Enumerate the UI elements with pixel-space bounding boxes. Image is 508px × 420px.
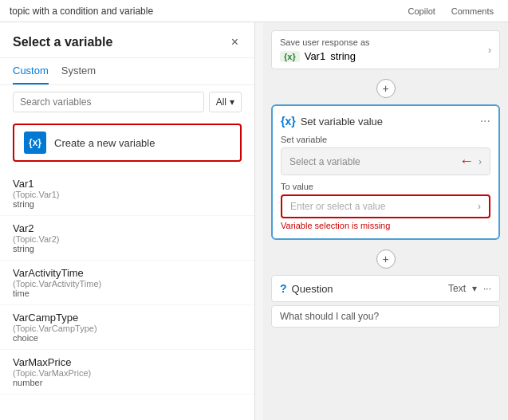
select-variable-row[interactable]: Select a variable ← › <box>281 147 490 175</box>
select-variable-panel: Select a variable × Custom System All ▾ … <box>0 22 255 420</box>
set-var-label: Set variable <box>281 135 490 144</box>
arrow-row: ← › <box>459 153 482 170</box>
comments-button[interactable]: Comments <box>447 5 498 18</box>
more-options-button[interactable]: ··· <box>480 114 490 128</box>
var-topic: (Topic.VarActivityTime) <box>13 279 242 289</box>
close-button[interactable]: × <box>228 33 242 51</box>
save-response-label: Save user response as <box>280 37 370 47</box>
question-icon: ? <box>280 282 287 295</box>
create-var-label: Create a new variable <box>54 137 155 149</box>
var-topic: (Topic.Var2) <box>13 234 242 244</box>
var-topic: (Topic.Var1) <box>13 190 242 199</box>
set-variable-card: {x} Set variable value ··· Set variable … <box>271 104 500 240</box>
var-type-display: string <box>330 50 356 62</box>
tab-system[interactable]: System <box>61 58 96 84</box>
var-name: Var2 <box>13 222 242 234</box>
var-name: VarMaxPrice <box>13 356 242 368</box>
panel-title: Select a variable <box>13 35 112 49</box>
copilot-button[interactable]: Copilot <box>404 5 440 18</box>
add-node-button-1[interactable]: + <box>376 79 396 98</box>
search-row: All ▾ <box>0 85 254 119</box>
set-var-icon: {x} <box>281 115 296 128</box>
question-right: Text ▾ ··· <box>448 283 491 294</box>
top-bar-actions: Copilot Comments <box>404 5 498 18</box>
var-type: string <box>13 244 242 253</box>
select-var-placeholder: Select a variable <box>289 156 360 167</box>
question-more-options[interactable]: ··· <box>483 283 491 294</box>
question-left: ? Question <box>280 282 333 295</box>
var-name: VarCampType <box>13 312 242 324</box>
tab-custom[interactable]: Custom <box>13 58 49 84</box>
var-topic: (Topic.VarCampType) <box>13 324 242 333</box>
to-value-label: To value <box>281 182 490 191</box>
list-item[interactable]: VarMaxPrice (Topic.VarMaxPrice) number <box>0 350 254 394</box>
var-type: choice <box>13 333 242 343</box>
search-input[interactable] <box>13 92 204 112</box>
add-node-button-2[interactable]: + <box>376 249 396 269</box>
var-type: string <box>13 199 242 209</box>
chevron-right-icon: › <box>488 45 491 56</box>
variable-list: Var1 (Topic.Var1) string Var2 (Topic.Var… <box>0 168 254 420</box>
list-item[interactable]: VarCampType (Topic.VarCampType) choice <box>0 305 254 350</box>
red-arrow-icon: ← <box>459 153 474 170</box>
create-new-variable-button[interactable]: {x} Create a new variable <box>13 124 242 162</box>
to-value-input[interactable]: Enter or select a value › <box>281 194 490 218</box>
error-message: Variable selection is missing <box>281 221 490 230</box>
set-var-title: Set variable value <box>301 116 383 128</box>
top-bar: topic with a condition and variable Copi… <box>0 0 508 22</box>
var-topic: (Topic.VarMaxPrice) <box>13 368 242 378</box>
question-type: Text <box>448 283 466 294</box>
var-type: number <box>13 378 242 387</box>
var-type: time <box>13 289 242 298</box>
question-text: What should I call you? <box>271 305 500 328</box>
create-var-icon: {x} <box>24 131 46 154</box>
tabs: Custom System <box>0 58 254 85</box>
var-name: Var1 <box>13 178 242 190</box>
save-response-card: Save user response as {x} Var1 string › <box>271 30 500 69</box>
var-name-display: Var1 <box>305 50 326 62</box>
chevron-down-icon[interactable]: ▾ <box>472 283 477 294</box>
chevron-right-icon-3: › <box>478 201 481 212</box>
question-card: ? Question Text ▾ ··· <box>271 275 500 302</box>
top-bar-title: topic with a condition and variable <box>10 6 397 17</box>
set-var-card-title: {x} Set variable value <box>281 115 383 128</box>
filter-dropdown[interactable]: All ▾ <box>209 92 242 112</box>
save-response-value: {x} Var1 string <box>280 50 370 62</box>
right-panel: Save user response as {x} Var1 string › … <box>263 22 508 420</box>
chevron-right-icon-2: › <box>478 156 482 167</box>
list-item[interactable]: VarActivityTime (Topic.VarActivityTime) … <box>0 261 254 305</box>
var-name: VarActivityTime <box>13 267 242 279</box>
var-badge: {x} <box>280 51 300 62</box>
save-response-content: Save user response as {x} Var1 string <box>280 37 370 62</box>
question-title: Question <box>292 283 333 295</box>
list-item[interactable]: Var2 (Topic.Var2) string <box>0 216 254 261</box>
list-item[interactable]: Var1 (Topic.Var1) string <box>0 171 254 216</box>
to-value-placeholder: Enter or select a value <box>290 201 385 212</box>
set-var-card-header: {x} Set variable value ··· <box>281 114 490 128</box>
panel-header: Select a variable × <box>0 22 254 58</box>
